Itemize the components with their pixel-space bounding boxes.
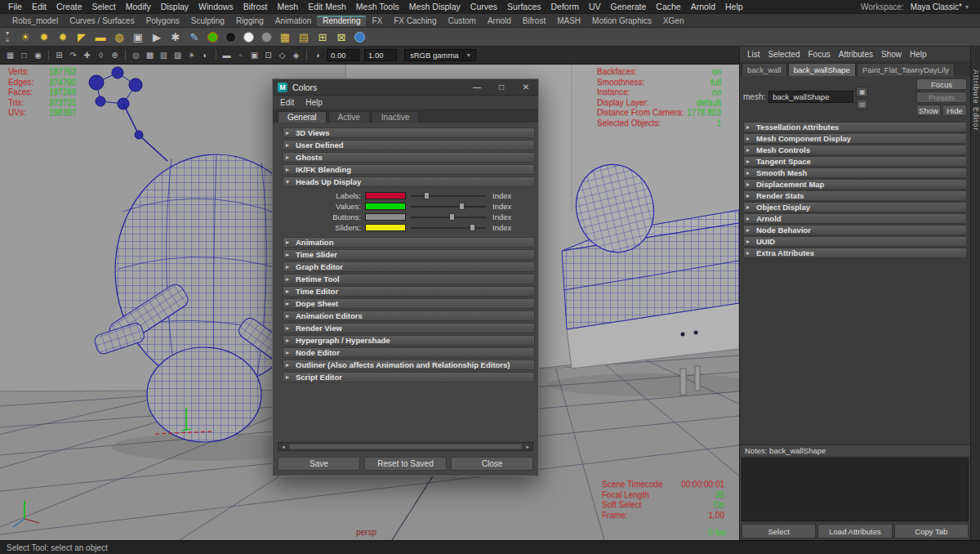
wireframe-on-shaded-icon[interactable]: ▥ — [157, 49, 171, 62]
material-white-icon[interactable] — [243, 32, 254, 42]
tab-general[interactable]: General — [278, 111, 327, 123]
render-ball-icon[interactable] — [207, 32, 218, 42]
ae-section-smooth-mesh[interactable]: ▸Smooth Mesh — [743, 168, 967, 178]
colors-section-heads-up-display[interactable]: ▾Heads Up Display — [283, 176, 535, 187]
ipr-render-icon[interactable]: ▶ — [148, 29, 166, 45]
ae-section-tessellation-attributes[interactable]: ▸Tessellation Attributes — [743, 122, 967, 132]
panel-pin-icon[interactable]: ▣ — [856, 87, 868, 97]
shelf-tab-motion-graphics[interactable]: Motion Graphics — [586, 16, 657, 26]
maximize-icon[interactable]: □ — [489, 79, 514, 96]
menu-mesh[interactable]: Mesh — [272, 2, 303, 11]
colors-section-time-editor[interactable]: ▸Time Editor — [283, 286, 535, 297]
ae-section-arnold[interactable]: ▸Arnold — [743, 213, 967, 224]
menu-help[interactable]: Help — [720, 2, 748, 11]
menu-deform[interactable]: Deform — [546, 2, 584, 11]
notes-textarea[interactable] — [742, 458, 969, 521]
material-gray-icon[interactable] — [261, 32, 272, 42]
save-button[interactable]: Save — [278, 457, 360, 471]
menu-surfaces[interactable]: Surfaces — [502, 2, 546, 11]
ae-tab-back-wallshape[interactable]: back_wallShape — [788, 63, 856, 76]
minimize-icon[interactable]: — — [465, 79, 489, 96]
shelf-tab-curves-surfaces[interactable]: Curves / Surfaces — [64, 16, 140, 26]
horizontal-scrollbar[interactable]: ◂ ▸ — [278, 442, 533, 451]
menu-windows[interactable]: Windows — [194, 2, 238, 11]
colors-section-animation-editors[interactable]: ▸Animation Editors — [283, 311, 535, 321]
colors-section-outliner[interactable]: ▸Outliner (Also affects Animation and Re… — [283, 360, 535, 370]
colors-section-retime-tool[interactable]: ▸Retime Tool — [283, 274, 535, 284]
shelf-tab-arnold[interactable]: Arnold — [482, 16, 517, 26]
isolate-select-icon[interactable]: ◎ — [129, 49, 143, 62]
ambient-light-icon[interactable]: ☀ — [16, 29, 34, 45]
shelf-tab-sculpting[interactable]: Sculpting — [185, 16, 230, 26]
shadows-mode-icon[interactable]: ◐ — [198, 49, 212, 62]
panel-layouts-icon[interactable]: ▦ — [3, 49, 17, 62]
shelf-tab-custom[interactable]: Custom — [443, 16, 482, 26]
dialog-title-bar[interactable]: M Colors — □ ✕ — [273, 79, 538, 96]
area-light-icon[interactable]: ▬ — [91, 29, 109, 45]
shelf-tab-polygons[interactable]: Polygons — [140, 16, 185, 26]
gamma-field[interactable]: 1.00 — [364, 49, 397, 61]
ae-section-object-display[interactable]: ▸Object Display — [743, 202, 967, 212]
resolution-gate-icon[interactable]: ▫ — [234, 49, 247, 62]
shelf-tab-fx-caching[interactable]: FX Caching — [388, 16, 442, 26]
render-frame-icon[interactable]: ▣ — [129, 29, 147, 45]
directional-light-icon[interactable]: ✹ — [35, 29, 53, 45]
shadow-link-icon[interactable]: ⊠ — [332, 29, 350, 45]
menu-bifrost[interactable]: Bifrost — [238, 2, 273, 11]
color-swatch[interactable] — [365, 224, 406, 231]
single-pane-icon[interactable]: □ — [17, 49, 31, 62]
shelf-tab-bifrost[interactable]: Bifrost — [517, 16, 551, 26]
color-index-slider[interactable] — [411, 224, 486, 231]
menu-select[interactable]: Select — [87, 2, 121, 11]
mesh-name-field[interactable]: back_wallShape — [768, 91, 853, 103]
xray-icon[interactable]: ▩ — [143, 49, 157, 62]
shelf-tab-robs-model[interactable]: Robs_model — [7, 16, 64, 26]
colors-section-animation[interactable]: ▸Animation — [283, 237, 535, 248]
ae-section-mesh-component-display[interactable]: ▸Mesh Component Display — [743, 133, 967, 144]
film-gate-icon[interactable]: ▬ — [220, 49, 234, 62]
ae-tab-back-wall[interactable]: back_wall — [742, 63, 787, 76]
copy-tab-button[interactable]: Copy Tab — [894, 524, 969, 538]
ae-menu-selected[interactable]: Selected — [764, 50, 804, 59]
workspace-selector[interactable]: Maya Classic* ▾ — [907, 2, 972, 11]
color-swatch[interactable] — [365, 203, 406, 210]
scrollbar-thumb[interactable] — [289, 444, 522, 449]
ae-section-extra-attributes[interactable]: ▸Extra Attributes — [743, 248, 967, 258]
panel-expand-icon[interactable]: ▤ — [856, 99, 868, 109]
attribute-editor-side-tab[interactable]: Attribute Editor — [972, 69, 980, 132]
reset-to-saved-button[interactable]: Reset to Saved — [364, 457, 447, 471]
arnold-render-icon[interactable] — [354, 32, 365, 42]
spot-light-icon[interactable]: ◤ — [73, 29, 91, 45]
volume-light-icon[interactable]: ◍ — [110, 29, 128, 45]
colors-section-user-defined[interactable]: ▸User Defined — [283, 140, 535, 150]
menu-create[interactable]: Create — [51, 2, 87, 11]
snap-grid-icon[interactable]: ⊞ — [52, 49, 66, 62]
menu-curves[interactable]: Curves — [466, 2, 502, 11]
color-swatch[interactable] — [365, 192, 406, 199]
menu-modify[interactable]: Modify — [121, 2, 156, 11]
snap-curve-icon[interactable]: ↷ — [66, 49, 80, 62]
close-icon[interactable]: ✕ — [514, 79, 538, 96]
color-swatch[interactable] — [365, 213, 406, 221]
paint-effects-icon[interactable]: ✎ — [185, 29, 203, 45]
tab-inactive[interactable]: Inactive — [372, 111, 419, 123]
ae-section-tangent-space[interactable]: ▸Tangent Space — [743, 156, 967, 167]
shelf-tab-switcher-icon[interactable]: ▾ — [6, 29, 9, 37]
ae-menu-list[interactable]: List — [743, 50, 764, 59]
close-button[interactable]: Close — [451, 457, 533, 471]
color-index-slider[interactable] — [411, 203, 486, 210]
exposure-field[interactable]: 0.00 — [327, 49, 359, 61]
ae-menu-attributes[interactable]: Attributes — [835, 50, 877, 59]
textured-mode-icon[interactable]: ▨ — [171, 49, 185, 62]
ae-menu-show[interactable]: Show — [877, 50, 906, 59]
menu-mesh-tools[interactable]: Mesh Tools — [351, 2, 404, 11]
colors-section-render-view[interactable]: ▸Render View — [283, 323, 535, 333]
menu-edit[interactable]: Edit — [27, 2, 51, 11]
shelf-tab-rendering[interactable]: Rendering — [317, 16, 366, 26]
slider-handle[interactable] — [424, 192, 430, 199]
colors-section-hypergraph-hypershade[interactable]: ▸Hypergraph / Hypershade — [283, 335, 535, 346]
field-chart-icon[interactable]: ⊡ — [261, 49, 275, 62]
menu-mesh-display[interactable]: Mesh Display — [404, 2, 466, 11]
view-transform-select[interactable]: sRGB gamma ▾ — [404, 49, 476, 61]
tab-active[interactable]: Active — [328, 111, 370, 123]
